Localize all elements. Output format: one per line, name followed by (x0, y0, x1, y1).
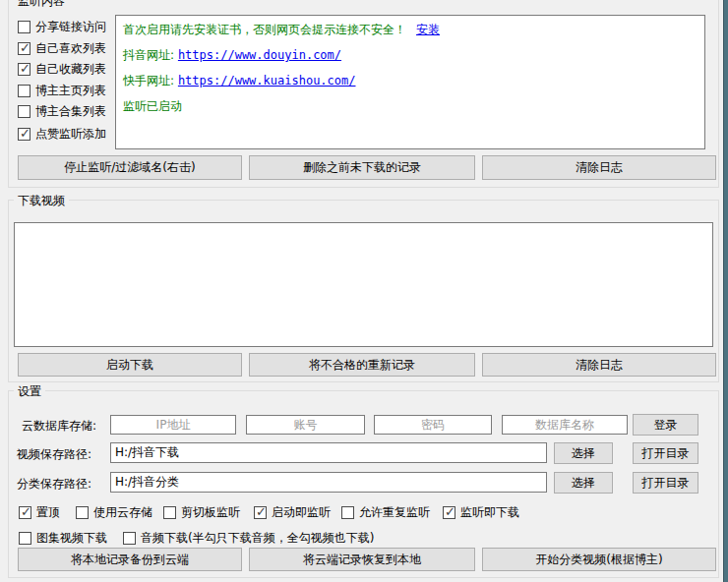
checkbox-box[interactable] (341, 506, 354, 519)
login-button[interactable]: 登录 (633, 414, 698, 436)
checkbox-box[interactable] (18, 128, 30, 141)
classify-path-choose-button[interactable]: 选择 (554, 472, 613, 494)
checkbox-box[interactable] (18, 21, 30, 33)
monitor-log-textbox[interactable]: 首次启用请先安装证书，否则网页会提示连接不安全！安装 抖音网址: https:/… (115, 15, 705, 149)
clear-log-button-top[interactable]: 清除日志 (482, 155, 716, 180)
kuaishou-url-link[interactable]: https://www.kuaishou.com/ (178, 74, 356, 87)
listen-group-title: 监听内容 (14, 0, 69, 10)
restore-from-cloud-button[interactable]: 将云端记录恢复到本地 (249, 548, 475, 571)
checkbox-allow-repeat-monitor[interactable]: 允许重复监听 (341, 505, 430, 520)
checkbox-label: 启动即监听 (272, 504, 331, 521)
checkbox-label: 剪切板监听 (181, 504, 240, 521)
app-window: 监听内容 分享链接访问 自己喜欢列表 自己收藏列表 博主主页列表 博主合集列表 … (0, 0, 728, 582)
checkbox-my-favorites-list[interactable]: 自己收藏列表 (18, 62, 106, 77)
video-path-choose-button[interactable]: 选择 (554, 442, 613, 464)
checkbox-audio-download[interactable]: 音频下载(半勾只下载音频，全勾视频也下载) (123, 531, 374, 546)
requeue-failed-button[interactable]: 将不合格的重新记录 (249, 353, 475, 377)
checkbox-use-cloud-storage[interactable]: 使用云存储 (76, 505, 152, 520)
checkbox-label: 图集视频下载 (36, 530, 107, 547)
classify-path-label: 分类保存路径: (17, 476, 91, 493)
checkbox-label: 音频下载(半勾只下载音频，全勾视频也下载) (141, 530, 374, 547)
checkbox-blogger-home-list[interactable]: 博主主页列表 (18, 84, 106, 98)
settings-group-title: 设置 (14, 383, 45, 400)
checkbox-box[interactable] (123, 532, 136, 545)
checkbox-box[interactable] (163, 506, 176, 519)
kuaishou-url-label: 快手网址: (123, 74, 174, 87)
checkbox-label: 置顶 (36, 504, 60, 521)
checkbox-label: 允许重复监听 (359, 504, 430, 521)
download-group-title: 下载视频 (14, 193, 69, 209)
cloud-dbname-input[interactable] (502, 415, 628, 435)
checkbox-box[interactable] (18, 42, 30, 55)
video-path-label: 视频保存路径: (17, 446, 91, 463)
checkbox-box[interactable] (254, 506, 267, 519)
classify-path-input[interactable] (110, 472, 547, 493)
checkbox-like-monitor-add[interactable]: 点赞监听添加 (18, 127, 106, 142)
checkbox-box[interactable] (443, 506, 455, 519)
checkbox-box[interactable] (19, 532, 31, 545)
checkbox-label: 自己喜欢列表 (35, 40, 106, 57)
checkbox-gallery-video-download[interactable]: 图集视频下载 (19, 531, 107, 546)
log-line-kuaishou: 快手网址: https://www.kuaishou.com/ (123, 68, 698, 93)
video-path-input[interactable] (110, 442, 547, 463)
checkbox-box[interactable] (76, 506, 89, 519)
cloud-account-input[interactable] (246, 415, 365, 435)
log-line-status: 监听已启动 (123, 93, 698, 119)
stop-monitor-button[interactable]: 停止监听/过滤域名(右击) (18, 155, 242, 180)
log-line-douyin: 抖音网址: https://www.douyin.com/ (123, 42, 698, 68)
checkbox-download-on-monitor[interactable]: 监听即下载 (443, 505, 519, 520)
checkbox-label: 博主主页列表 (35, 83, 106, 99)
checkbox-box[interactable] (19, 506, 31, 519)
checkbox-my-likes-list[interactable]: 自己喜欢列表 (18, 41, 106, 56)
checkbox-clipboard-monitor[interactable]: 剪切板监听 (163, 505, 240, 520)
log-line-install: 首次启用请先安装证书，否则网页会提示连接不安全！安装 (123, 17, 698, 42)
classify-path-open-button[interactable]: 打开目录 (633, 472, 698, 494)
classify-videos-button[interactable]: 开始分类视频(根据博主) (482, 548, 716, 571)
checkbox-label: 使用云存储 (93, 504, 152, 521)
checkbox-label: 博主合集列表 (35, 103, 106, 120)
install-notice-text: 首次启用请先安装证书，否则网页会提示连接不安全！ (123, 23, 406, 36)
cloud-db-label: 云数据库存储: (22, 418, 96, 435)
checkbox-share-link-visit[interactable]: 分享链接访问 (18, 20, 106, 34)
backup-to-cloud-button[interactable]: 将本地记录备份到云端 (18, 548, 242, 571)
douyin-url-label: 抖音网址: (123, 48, 174, 62)
checkbox-always-on-top[interactable]: 置顶 (19, 505, 60, 520)
monitor-status-text: 监听已启动 (123, 99, 182, 113)
checkbox-monitor-on-startup[interactable]: 启动即监听 (254, 505, 331, 520)
desktop-background-strip (723, 0, 728, 582)
checkbox-box[interactable] (18, 85, 30, 97)
start-download-button[interactable]: 启动下载 (18, 353, 242, 377)
checkbox-box[interactable] (18, 63, 30, 76)
checkbox-blogger-collection-list[interactable]: 博主合集列表 (18, 104, 106, 119)
install-cert-link[interactable]: 安装 (416, 23, 440, 36)
cloud-password-input[interactable] (374, 415, 492, 435)
video-path-open-button[interactable]: 打开目录 (633, 442, 698, 464)
checkbox-label: 分享链接访问 (35, 19, 106, 35)
cloud-ip-input[interactable] (110, 415, 236, 435)
checkbox-label: 自己收藏列表 (35, 61, 106, 78)
clear-log-button-middle[interactable]: 清除日志 (482, 353, 716, 377)
delete-undownloaded-button[interactable]: 删除之前未下载的记录 (249, 155, 475, 180)
douyin-url-link[interactable]: https://www.douyin.com/ (178, 48, 341, 62)
checkbox-label: 监听即下载 (460, 504, 519, 521)
checkbox-box[interactable] (18, 105, 30, 118)
download-list-box[interactable] (14, 222, 713, 347)
checkbox-label: 点赞监听添加 (35, 126, 106, 143)
